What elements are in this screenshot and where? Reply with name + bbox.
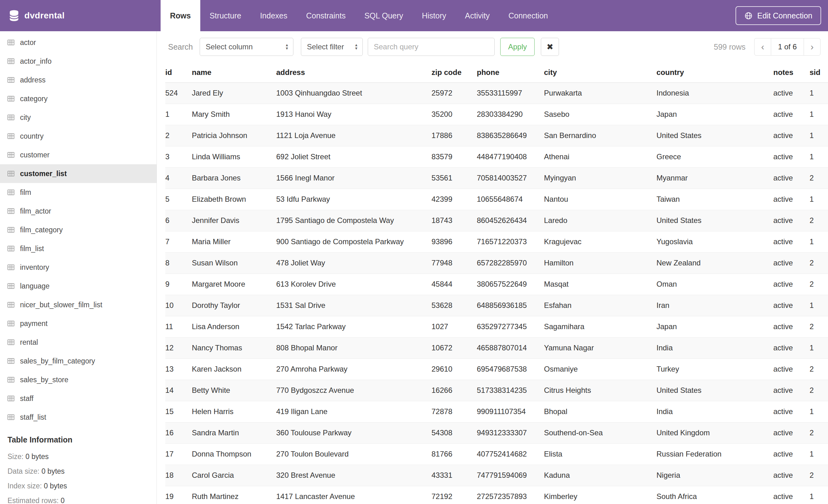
column-header[interactable]: id <box>165 62 192 83</box>
table-row[interactable]: 16 Sandra Martin 360 Toulouse Parkway 54… <box>165 422 828 444</box>
table-icon <box>7 133 14 139</box>
column-header[interactable]: address <box>276 62 431 83</box>
table-row[interactable]: 9 Margaret Moore 613 Korolev Drive 45844… <box>165 274 828 295</box>
cell-phone: 990911107354 <box>477 401 544 422</box>
cell-name: Sandra Martin <box>192 422 276 444</box>
column-header[interactable]: notes <box>773 62 810 83</box>
cell-name: Barbara Jones <box>192 167 276 189</box>
table-row[interactable]: 1 Mary Smith 1913 Hanoi Way 35200 283033… <box>165 104 828 125</box>
sidebar-table-item[interactable]: film_category <box>0 221 157 239</box>
cell-phone: 747791594069 <box>477 465 544 486</box>
column-header[interactable]: country <box>657 62 773 83</box>
sidebar-table-item[interactable]: country <box>0 127 157 145</box>
table-row[interactable]: 19 Ruth Martinez 1417 Lancaster Avenue 7… <box>165 486 828 504</box>
table-row[interactable]: 11 Lisa Anderson 1542 Tarlac Parkway 102… <box>165 316 828 337</box>
cell-notes: active <box>773 274 810 295</box>
edit-connection-button[interactable]: Edit Connection <box>736 6 821 25</box>
column-select[interactable]: Select column ▲▼ <box>200 38 293 56</box>
column-header[interactable]: phone <box>477 62 544 83</box>
table-row[interactable]: 2 Patricia Johnson 1121 Loja Avenue 1788… <box>165 125 828 146</box>
apply-button[interactable]: Apply <box>500 38 535 56</box>
sidebar-table-item[interactable]: inventory <box>0 258 157 277</box>
cell-zip-code: 83579 <box>431 146 477 167</box>
cell-sid: 1 <box>810 401 828 422</box>
tab[interactable]: History <box>412 0 456 31</box>
column-header[interactable]: name <box>192 62 276 83</box>
sidebar-table-item[interactable]: staff <box>0 389 157 408</box>
sidebar-table-item[interactable]: customer <box>0 145 157 164</box>
cell-notes: active <box>773 359 810 380</box>
cell-phone: 517338314235 <box>477 380 544 401</box>
next-page-button[interactable]: › <box>803 38 821 56</box>
cell-city: Myingyan <box>544 167 657 189</box>
table-row[interactable]: 3 Linda Williams 692 Joliet Street 83579… <box>165 146 828 167</box>
tab[interactable]: SQL Query <box>355 0 412 31</box>
table-info-stat-value: 0 bytes <box>42 467 65 475</box>
cell-country: Taiwan <box>657 189 773 210</box>
cell-address: 270 Amroha Parkway <box>276 359 431 380</box>
table-row[interactable]: 6 Jennifer Davis 1795 Santiago de Compos… <box>165 210 828 231</box>
cell-address: 1542 Tarlac Parkway <box>276 316 431 337</box>
sidebar-table-item[interactable]: category <box>0 89 157 108</box>
tab[interactable]: Indexes <box>251 0 297 31</box>
sidebar-table-item[interactable]: actor <box>0 33 157 52</box>
sidebar-table-item[interactable]: rental <box>0 333 157 352</box>
cell-name: Carol Garcia <box>192 465 276 486</box>
table-info-stat: Estimated rows: 0 <box>7 497 157 504</box>
filter-select[interactable]: Select filter ▲▼ <box>301 38 363 56</box>
table-info-stat-value: 0 bytes <box>26 453 49 461</box>
column-header[interactable]: zip code <box>431 62 477 83</box>
cell-name: Ruth Martinez <box>192 486 276 504</box>
sidebar-table-item[interactable]: customer_list <box>0 164 157 183</box>
tab[interactable]: Structure <box>200 0 251 31</box>
pagination: ‹ 1 of 6 › <box>754 38 821 56</box>
table-row[interactable]: 12 Nancy Thomas 808 Bhopal Manor 10672 4… <box>165 337 828 359</box>
table-row[interactable]: 17 Donna Thompson 270 Toulon Boulevard 8… <box>165 444 828 465</box>
sidebar-table-item[interactable]: actor_info <box>0 52 157 71</box>
column-header[interactable]: sid <box>810 62 828 83</box>
tab[interactable]: Rows <box>161 0 200 31</box>
sidebar-table-item[interactable]: sales_by_film_category <box>0 352 157 370</box>
cell-address: 1913 Hanoi Way <box>276 104 431 125</box>
tab[interactable]: Activity <box>456 0 499 31</box>
cell-city: Nantou <box>544 189 657 210</box>
cell-country: New Zealand <box>657 252 773 274</box>
clear-search-button[interactable]: ✖ <box>541 38 559 56</box>
table-row[interactable]: 18 Carol Garcia 320 Brest Avenue 43331 7… <box>165 465 828 486</box>
cell-sid: 1 <box>810 189 828 210</box>
search-query-input[interactable] <box>368 38 495 56</box>
cell-city: Kragujevac <box>544 231 657 252</box>
cell-zip-code: 10672 <box>431 337 477 359</box>
cell-id: 6 <box>165 210 192 231</box>
sidebar-table-item[interactable]: city <box>0 108 157 127</box>
sidebar-table-item[interactable]: staff_list <box>0 408 157 426</box>
table-row[interactable]: 7 Maria Miller 900 Santiago de Compostel… <box>165 231 828 252</box>
table-row[interactable]: 524 Jared Ely 1003 Qinhuangdao Street 25… <box>165 83 828 104</box>
table-row[interactable]: 15 Helen Harris 419 Iligan Lane 72878 99… <box>165 401 828 422</box>
sidebar-table-item[interactable]: address <box>0 71 157 89</box>
tab[interactable]: Connection <box>499 0 557 31</box>
sidebar-table-item[interactable]: sales_by_store <box>0 370 157 389</box>
cell-city: Kaduna <box>544 465 657 486</box>
cell-city: Kimberley <box>544 486 657 504</box>
table-row[interactable]: 10 Dorothy Taylor 1531 Sal Drive 53628 6… <box>165 295 828 316</box>
sidebar-table-item[interactable]: language <box>0 277 157 295</box>
sidebar-table-label: inventory <box>20 263 49 272</box>
previous-page-button[interactable]: ‹ <box>754 38 771 56</box>
table-info-stat-label: Size: <box>7 453 24 461</box>
sidebar-table-item[interactable]: nicer_but_slower_film_list <box>0 295 157 314</box>
table-row[interactable]: 4 Barbara Jones 1566 Inegl Manor 53561 7… <box>165 167 828 189</box>
tab[interactable]: Constraints <box>297 0 355 31</box>
sidebar-table-item[interactable]: film_list <box>0 239 157 258</box>
column-header[interactable]: city <box>544 62 657 83</box>
sidebar-table-item[interactable]: film <box>0 183 157 202</box>
sidebar-table-item[interactable]: film_actor <box>0 202 157 221</box>
table-row[interactable]: 13 Karen Jackson 270 Amroha Parkway 2961… <box>165 359 828 380</box>
table-row[interactable]: 14 Betty White 770 Bydgoszcz Avenue 1626… <box>165 380 828 401</box>
table-row[interactable]: 5 Elizabeth Brown 53 Idfu Parkway 42399 … <box>165 189 828 210</box>
cell-notes: active <box>773 167 810 189</box>
table-row[interactable]: 8 Susan Wilson 478 Joliet Way 77948 6572… <box>165 252 828 274</box>
cell-zip-code: 53628 <box>431 295 477 316</box>
sidebar-table-item[interactable]: payment <box>0 314 157 333</box>
cell-address: 1417 Lancaster Avenue <box>276 486 431 504</box>
